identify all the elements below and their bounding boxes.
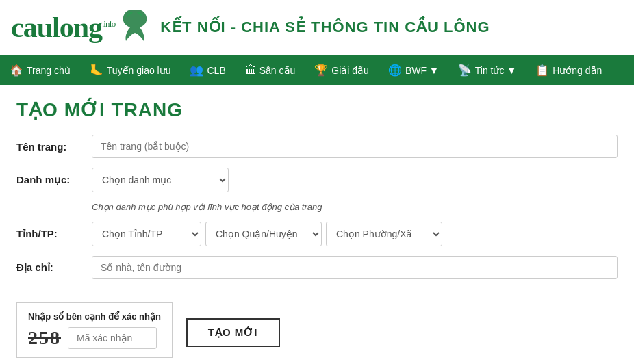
nav-tuyen-giao-luu[interactable]: 🦶 Tuyển giao lưu	[80, 55, 181, 85]
home-icon: 🏠	[10, 64, 23, 77]
nav-giai-dau-label: Giải đấu	[331, 65, 369, 76]
captcha-row: 258	[28, 327, 161, 349]
captcha-section: Nhập số bên cạnh để xác nhận 258	[16, 302, 173, 358]
logo[interactable]: caulong.info	[11, 7, 155, 48]
building-icon: 🏛	[245, 64, 256, 77]
nav-san-cau[interactable]: 🏛 Sân cầu	[236, 56, 305, 85]
danh-muc-label: Danh mục:	[16, 174, 92, 186]
danh-muc-row: Danh mục: Chọn danh mục	[16, 168, 618, 192]
nav-huong-dan[interactable]: 📋 Hướng dẫn	[526, 55, 611, 85]
captcha-input[interactable]	[68, 327, 157, 349]
nav-huong-dan-label: Hướng dẫn	[553, 65, 602, 76]
phuong-xa-select[interactable]: Chọn Phường/Xã	[326, 222, 442, 246]
create-button[interactable]: TẠO MỚI	[186, 318, 280, 347]
bird-icon	[118, 7, 152, 48]
globe-icon: 🌐	[388, 64, 402, 77]
foot-icon: 🦶	[90, 64, 103, 77]
book-icon: 📋	[535, 64, 549, 77]
main-content: TẠO MỚI TRANG Tên trang: Danh mục: Chọn …	[0, 85, 634, 364]
nav-clb-label: CLB	[207, 65, 225, 76]
trophy-icon: 🏆	[314, 64, 328, 77]
header-tagline: KẾT NỐI - CHIA SẺ THÔNG TIN CẦU LÔNG	[160, 18, 490, 36]
submit-row: Nhập số bên cạnh để xác nhận 258 TẠO MỚI	[16, 296, 618, 364]
group-icon: 👥	[190, 64, 203, 77]
nav-trang-chu[interactable]: 🏠 Trang chủ	[0, 55, 80, 85]
navbar: 🏠 Trang chủ 🦶 Tuyển giao lưu 👥 CLB 🏛 Sân…	[0, 55, 634, 85]
dia-chi-label: Địa chỉ:	[16, 261, 92, 274]
ten-trang-label: Tên trang:	[16, 141, 92, 153]
captcha-label: Nhập số bên cạnh để xác nhận	[28, 311, 161, 322]
logo-info: .info	[102, 18, 115, 29]
header: caulong.info KẾT NỐI - CHIA SẺ THÔNG TIN…	[0, 0, 634, 55]
nav-tin-tuc-label: Tin tức ▼	[475, 65, 516, 76]
dia-chi-row: Địa chỉ:	[16, 256, 618, 279]
tinh-tp-row: Tỉnh/TP: Chọn Tỉnh/TP Chọn Quận/Huyện Ch…	[16, 222, 618, 246]
nav-san-cau-label: Sân cầu	[259, 65, 296, 76]
antenna-icon: 📡	[458, 64, 472, 77]
nav-giai-dau[interactable]: 🏆 Giải đấu	[305, 55, 379, 85]
quan-huyen-select[interactable]: Chọn Quận/Huyện	[205, 222, 322, 246]
page-title: TẠO MỚI TRANG	[16, 99, 618, 121]
logo-text: caulong.info	[11, 11, 115, 44]
ten-trang-row: Tên trang:	[16, 135, 618, 158]
ten-trang-input[interactable]	[92, 135, 618, 158]
captcha-number: 258	[28, 327, 61, 349]
dia-chi-input[interactable]	[92, 256, 618, 279]
danh-muc-hint: Chọn danh mục phù hợp với lĩnh vực hoạt …	[92, 202, 618, 212]
tinh-tp-label: Tỉnh/TP:	[16, 228, 92, 240]
tinh-tp-select[interactable]: Chọn Tỉnh/TP	[92, 222, 201, 246]
nav-tin-tuc[interactable]: 📡 Tin tức ▼	[448, 55, 526, 85]
nav-tuyen-giao-luu-label: Tuyển giao lưu	[107, 65, 171, 76]
nav-clb[interactable]: 👥 CLB	[180, 55, 235, 85]
nav-bwf-label: BWF ▼	[405, 65, 439, 76]
nav-bwf[interactable]: 🌐 BWF ▼	[379, 55, 448, 85]
nav-trang-chu-label: Trang chủ	[27, 65, 71, 76]
danh-muc-select[interactable]: Chọn danh mục	[92, 168, 229, 192]
